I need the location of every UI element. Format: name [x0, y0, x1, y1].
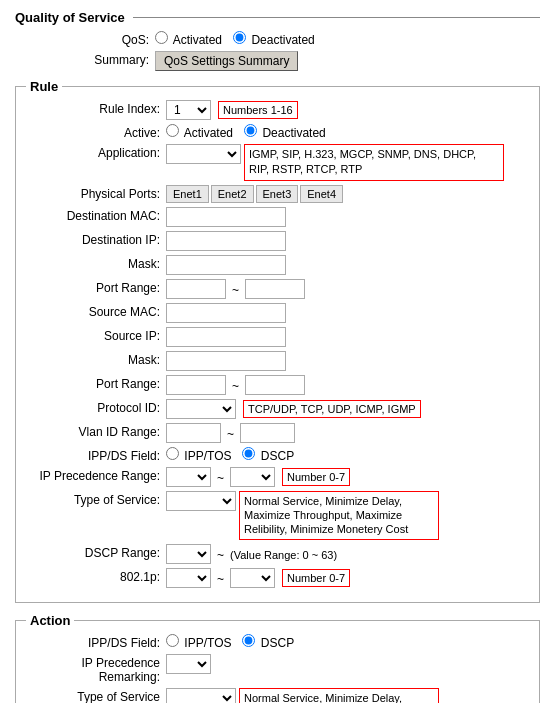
summary-label: Summary:	[15, 51, 155, 67]
vlan-id-tilde: ~	[224, 425, 237, 441]
application-label: Application:	[26, 144, 166, 160]
protocol-hint: TCP/UDP, TCP, UDP, ICMP, IGMP	[243, 400, 421, 418]
action-dscp-radio[interactable]	[242, 634, 255, 647]
port-range2-tilde: ~	[229, 377, 242, 393]
port-range1-start[interactable]	[166, 279, 226, 299]
vlan-id-start[interactable]	[166, 423, 221, 443]
8021p-start-select[interactable]	[166, 568, 211, 588]
tos-remarking-select[interactable]	[166, 688, 236, 703]
mask2-label: Mask:	[26, 351, 166, 367]
dscp-label[interactable]: DSCP	[242, 447, 294, 463]
tos-remarking-hint: Normal Service, Minimize Delay, Maximize…	[239, 688, 439, 703]
port-enet1-button[interactable]: Enet1	[166, 185, 209, 203]
ip-prec-tilde: ~	[214, 469, 227, 485]
dest-ip-label: Destination IP:	[26, 231, 166, 247]
8021p-end-select[interactable]	[230, 568, 275, 588]
ipp-ds-field-label: IPP/DS Field:	[26, 447, 166, 463]
type-of-service-hint: Normal Service, Minimize Delay, Maximize…	[239, 491, 439, 540]
dest-mac-label: Destination MAC:	[26, 207, 166, 223]
dscp-range-start-select[interactable]	[166, 544, 211, 564]
active-label: Active:	[26, 124, 166, 140]
8021p-hint: Number 0-7	[282, 569, 350, 587]
port-range1-tilde: ~	[229, 281, 242, 297]
active-activated-radio[interactable]	[166, 124, 179, 137]
ipp-tos-label[interactable]: IPP/TOS	[166, 447, 231, 463]
rule-index-label: Rule Index:	[26, 100, 166, 116]
rule-index-select[interactable]: 1	[166, 100, 211, 120]
dscp-radio[interactable]	[242, 447, 255, 460]
dscp-range-tilde: ~	[214, 546, 227, 562]
port-range2-end[interactable]	[245, 375, 305, 395]
port-range1-end[interactable]	[245, 279, 305, 299]
qos-section-title: Quality of Service	[15, 10, 125, 25]
action-legend: Action	[26, 613, 74, 628]
source-ip-input[interactable]	[166, 327, 286, 347]
active-deactivated-radio[interactable]	[244, 124, 257, 137]
mask2-input[interactable]	[166, 351, 286, 371]
8021p-tilde: ~	[214, 570, 227, 586]
dscp-value-range: (Value Range: 0 ~ 63)	[230, 546, 337, 561]
application-select[interactable]	[166, 144, 241, 164]
dscp-range-label: DSCP Range:	[26, 544, 166, 560]
rule-index-hint: Numbers 1-16	[218, 101, 298, 119]
protocol-id-select[interactable]	[166, 399, 236, 419]
ip-prec-remarking-label: IP Precedence Remarking:	[26, 654, 166, 684]
ip-prec-remarking-select[interactable]	[166, 654, 211, 674]
qos-activated-radio[interactable]	[155, 31, 168, 44]
port-enet3-button[interactable]: Enet3	[256, 185, 299, 203]
dest-ip-input[interactable]	[166, 231, 286, 251]
port-enet2-button[interactable]: Enet2	[211, 185, 254, 203]
qos-divider	[133, 17, 540, 18]
qos-summary-button[interactable]: QoS Settings Summary	[155, 51, 298, 71]
port-range1-label: Port Range:	[26, 279, 166, 295]
action-ipp-tos-radio[interactable]	[166, 634, 179, 647]
action-dscp-label[interactable]: DSCP	[242, 634, 294, 650]
qos-deactivated-label[interactable]: Deactivated	[233, 31, 315, 47]
physical-ports-label: Physical Ports:	[26, 185, 166, 201]
active-activated-label[interactable]: Activated	[166, 124, 233, 140]
type-of-service-label: Type of Service:	[26, 491, 166, 507]
protocol-id-label: Protocol ID:	[26, 399, 166, 415]
vlan-id-end[interactable]	[240, 423, 295, 443]
mask1-input[interactable]	[166, 255, 286, 275]
mask1-label: Mask:	[26, 255, 166, 271]
ip-prec-range-label: IP Precedence Range:	[26, 467, 166, 483]
ip-prec-hint: Number 0-7	[282, 468, 350, 486]
source-mac-input[interactable]	[166, 303, 286, 323]
action-ipp-ds-label: IPP/DS Field:	[26, 634, 166, 650]
application-hint: IGMP, SIP, H.323, MGCP, SNMP, DNS, DHCP,…	[244, 144, 504, 181]
port-range2-label: Port Range:	[26, 375, 166, 391]
active-deactivated-label[interactable]: Deactivated	[244, 124, 326, 140]
type-of-service-select[interactable]	[166, 491, 236, 511]
qos-activated-label[interactable]: Activated	[155, 31, 222, 47]
ip-prec-range-start-select[interactable]	[166, 467, 211, 487]
qos-label: QoS:	[15, 31, 155, 47]
source-ip-label: Source IP:	[26, 327, 166, 343]
rule-legend: Rule	[26, 79, 62, 94]
qos-deactivated-radio[interactable]	[233, 31, 246, 44]
rule-fieldset: Rule Rule Index: 1 Numbers 1-16 Active: …	[15, 79, 540, 603]
tos-remarking-label: Type of ServiceRemarking	[26, 688, 166, 703]
action-fieldset: Action IPP/DS Field: IPP/TOS DSCP IP Pre…	[15, 613, 540, 703]
ipp-tos-radio[interactable]	[166, 447, 179, 460]
port-enet4-button[interactable]: Enet4	[300, 185, 343, 203]
action-ipp-tos-label[interactable]: IPP/TOS	[166, 634, 231, 650]
port-range2-start[interactable]	[166, 375, 226, 395]
8021p-label: 802.1p:	[26, 568, 166, 584]
source-mac-label: Source MAC:	[26, 303, 166, 319]
ip-prec-range-end-select[interactable]	[230, 467, 275, 487]
vlan-id-label: Vlan ID Range:	[26, 423, 166, 439]
dest-mac-input[interactable]	[166, 207, 286, 227]
